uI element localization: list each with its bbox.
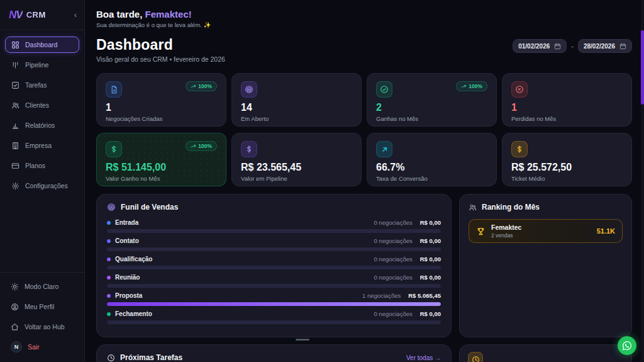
sidebar-item-label: Tarefas [25, 81, 47, 89]
sidebar-item-clientes[interactable]: Clientes [5, 97, 79, 113]
ranking-title: Ranking do Mês [482, 203, 540, 212]
stat-label: Taxa de Conversão [376, 175, 487, 182]
bar-chart-icon [11, 122, 19, 130]
growth-badge: 100% [456, 81, 487, 91]
sales-funnel-card: Funil de Vendas Entrada 0 negociações R$… [96, 194, 452, 337]
sidebar-item-label: Pipeline [25, 61, 48, 69]
brand-name: CRM [26, 10, 46, 20]
bottom-row: Próximas Tarefas Ver todas → [96, 344, 632, 362]
stage-name: Reunião [115, 274, 140, 281]
scrollbar-thumb[interactable] [641, 30, 644, 105]
stage-bar-track [107, 266, 441, 269]
sidebar-item-pipeline[interactable]: Pipeline [5, 57, 79, 73]
sidebar-nav: Dashboard Pipeline Tarefas Clientes Rela… [0, 30, 84, 200]
stat-value: R$ 23.565,45 [241, 162, 352, 173]
checkbox-icon [11, 81, 19, 89]
stat-card-em-aberto: 14 Em Aberto [231, 73, 362, 127]
users-icon [469, 203, 477, 212]
stage-value: R$ 5.065,45 [408, 292, 441, 299]
logout-button[interactable]: N Sair [5, 339, 79, 354]
growth-badge: 100% [186, 141, 217, 151]
stat-value: 14 [241, 102, 352, 113]
credit-card-icon [11, 162, 19, 170]
sidebar-item-label: Empresa [25, 142, 52, 149]
avatar: N [11, 341, 22, 353]
stage-count: 0 negociações [374, 219, 412, 226]
greeting-prefix: Boa tarde, [96, 9, 145, 20]
calendar-icon [619, 43, 626, 50]
growth-badge: 100% [186, 81, 217, 91]
logo-row: NV CRM ‹ [0, 0, 84, 30]
drag-handle[interactable] [296, 339, 309, 341]
ranking-entry[interactable]: Femaktec 2 vendas 51.1K [469, 219, 623, 243]
stage-name: Entrada [115, 219, 138, 226]
dollar-icon [106, 141, 122, 157]
sidebar: NV CRM ‹ Dashboard Pipeline Tarefas Clie… [0, 0, 85, 362]
profile-link[interactable]: Meu Perfil [5, 299, 79, 314]
sidebar-item-dashboard[interactable]: Dashboard [5, 37, 79, 53]
stage-bar-track [107, 229, 441, 233]
date-from-input[interactable]: 01/02/2026 [513, 39, 567, 53]
sidebar-item-configuracoes[interactable]: Configurações [5, 178, 79, 194]
stage-name: Fechamento [115, 310, 152, 317]
stage-dot [107, 257, 111, 261]
stat-label: Negociações Criadas [106, 115, 217, 122]
grid-icon [11, 41, 19, 49]
tasks-title: Próximas Tarefas [120, 353, 182, 362]
funnel-stage-fechamento: Fechamento 0 negociações R$ 0,00 [107, 310, 441, 324]
funnel-stage-contato: Contato 0 negociações R$ 0,00 [107, 237, 441, 251]
clock-icon [468, 352, 483, 362]
dollar-icon [511, 141, 528, 157]
theme-toggle-label: Modo Claro [25, 283, 58, 290]
stat-label: Ganhas no Mês [376, 115, 487, 122]
view-all-tasks-link[interactable]: Ver todas → [406, 354, 441, 361]
sidebar-item-tarefas[interactable]: Tarefas [5, 77, 79, 93]
stage-count: 0 negociações [374, 256, 412, 263]
date-separator: - [571, 42, 574, 50]
stage-count: 0 negociações [374, 237, 412, 244]
sidebar-collapse-button[interactable]: ‹ [74, 11, 77, 19]
stat-card-valor-ganho: 100% R$ 51.145,00 Valor Ganho no Mês [96, 133, 226, 186]
crm-app: NV CRM ‹ Dashboard Pipeline Tarefas Clie… [0, 0, 644, 362]
stage-bar-track [107, 247, 441, 251]
stat-card-negociacoes-criadas: 100% 1 Negociações Criadas [96, 73, 226, 127]
stage-count: 0 negociações [374, 310, 412, 317]
rank-amount: 51.1K [597, 227, 615, 235]
stage-value: R$ 0,00 [420, 274, 441, 281]
stat-value: R$ 25.572,50 [511, 162, 623, 173]
funnel-stage-qualificacao: Qualificação 0 negociações R$ 0,00 [107, 256, 441, 269]
stat-card-valor-pipeline: R$ 23.565,45 Valor em Pipeline [231, 133, 362, 186]
stage-value: R$ 0,00 [420, 237, 441, 244]
sidebar-item-label: Dashboard [25, 41, 57, 48]
sidebar-item-label: Configurações [25, 182, 68, 189]
page-scrollbar [641, 0, 644, 362]
sidebar-item-planos[interactable]: Planos [5, 157, 79, 174]
logo: NV [9, 9, 23, 21]
stage-dot [107, 239, 111, 243]
theme-toggle[interactable]: Modo Claro [5, 279, 79, 294]
stat-value: R$ 51.145,00 [106, 162, 217, 173]
stat-card-taxa-conversao: 66.7% Taxa de Conversão [367, 133, 497, 186]
whatsapp-icon [621, 340, 633, 351]
stat-label: Perdidas no Mês [511, 115, 623, 122]
home-icon [11, 323, 19, 331]
back-to-hub-link[interactable]: Voltar ao Hub [5, 319, 79, 334]
stage-count: 0 negociações [374, 274, 412, 281]
funnel-stage-reuniao: Reunião 0 negociações R$ 0,00 [107, 274, 441, 288]
whatsapp-button[interactable] [618, 336, 636, 355]
stat-label: Ticket Médio [511, 175, 623, 182]
users-icon [11, 101, 19, 110]
stats-grid: 100% 1 Negociações Criadas 14 Em Aberto … [96, 73, 632, 186]
date-to-input[interactable]: 28/02/2026 [578, 39, 632, 53]
user-circle-icon [11, 303, 19, 311]
sidebar-item-empresa[interactable]: Empresa [5, 137, 79, 154]
calendar-icon [554, 43, 561, 50]
sidebar-item-relatorios[interactable]: Relatórios [5, 117, 79, 133]
date-range: 01/02/2026 - 28/02/2026 [513, 39, 632, 53]
stat-card-perdidas-no-mes: 1 Perdidas no Mês [502, 73, 632, 127]
x-circle-icon [511, 81, 528, 98]
stage-name: Qualificação [115, 256, 152, 263]
stat-card-ganhas-no-mes: 100% 2 Ganhas no Mês [367, 73, 497, 127]
stat-card-ticket-medio: R$ 25.572,50 Ticket Médio [502, 133, 632, 186]
stat-label: Valor em Pipeline [241, 175, 352, 182]
